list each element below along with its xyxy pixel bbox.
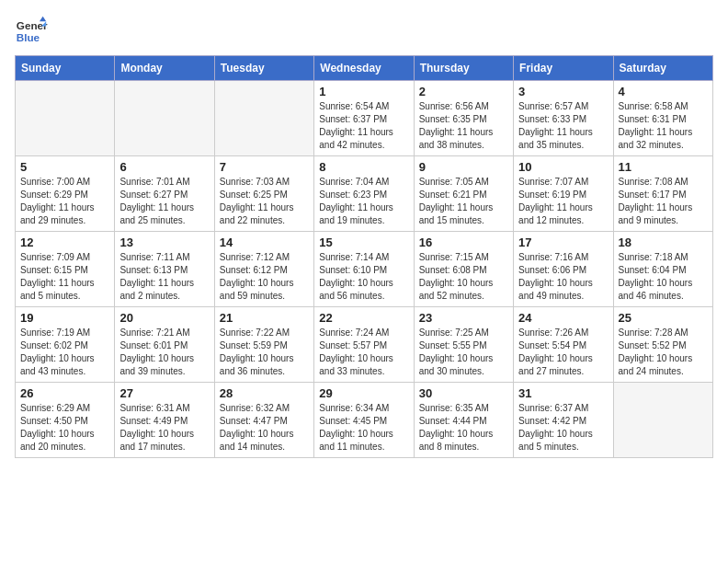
- weekday-header-thursday: Thursday: [414, 56, 513, 81]
- calendar-week-2: 5Sunrise: 7:00 AMSunset: 6:29 PMDaylight…: [16, 156, 713, 232]
- day-info: Sunrise: 6:37 AMSunset: 4:42 PMDaylight:…: [518, 402, 608, 454]
- calendar-cell: [613, 383, 712, 458]
- calendar-week-3: 12Sunrise: 7:09 AMSunset: 6:15 PMDayligh…: [16, 232, 713, 307]
- calendar-week-4: 19Sunrise: 7:19 AMSunset: 6:02 PMDayligh…: [16, 307, 713, 383]
- header: General Blue: [15, 15, 713, 48]
- day-number: 4: [619, 85, 708, 98]
- calendar-cell: 7Sunrise: 7:03 AMSunset: 6:25 PMDaylight…: [214, 156, 313, 232]
- day-number: 9: [419, 160, 508, 174]
- day-info: Sunrise: 7:09 AMSunset: 6:15 PMDaylight:…: [20, 251, 109, 303]
- day-number: 22: [319, 311, 408, 325]
- svg-text:Blue: Blue: [17, 31, 40, 43]
- day-number: 1: [319, 85, 408, 98]
- day-number: 21: [220, 311, 309, 325]
- day-number: 25: [619, 311, 708, 325]
- day-info: Sunrise: 7:19 AMSunset: 6:02 PMDaylight:…: [20, 327, 109, 378]
- calendar-cell: 4Sunrise: 6:58 AMSunset: 6:31 PMDaylight…: [613, 81, 712, 156]
- calendar-cell: 15Sunrise: 7:14 AMSunset: 6:10 PMDayligh…: [314, 232, 414, 307]
- weekday-header-tuesday: Tuesday: [214, 56, 313, 81]
- day-number: 15: [319, 236, 408, 249]
- calendar-cell: 30Sunrise: 6:35 AMSunset: 4:44 PMDayligh…: [414, 383, 513, 458]
- calendar-cell: 9Sunrise: 7:05 AMSunset: 6:21 PMDaylight…: [414, 156, 513, 232]
- day-info: Sunrise: 7:01 AMSunset: 6:27 PMDaylight:…: [119, 176, 209, 227]
- day-number: 23: [419, 311, 508, 325]
- calendar-cell: 24Sunrise: 7:26 AMSunset: 5:54 PMDayligh…: [514, 307, 613, 383]
- day-number: 19: [20, 311, 109, 325]
- day-number: 24: [518, 311, 608, 325]
- day-info: Sunrise: 6:58 AMSunset: 6:31 PMDaylight:…: [619, 100, 708, 152]
- day-info: Sunrise: 7:25 AMSunset: 5:55 PMDaylight:…: [419, 327, 508, 378]
- day-number: 18: [619, 236, 708, 249]
- calendar-cell: 2Sunrise: 6:56 AMSunset: 6:35 PMDaylight…: [414, 81, 513, 156]
- day-number: 3: [518, 85, 608, 98]
- calendar-cell: 19Sunrise: 7:19 AMSunset: 6:02 PMDayligh…: [16, 307, 115, 383]
- day-number: 14: [220, 236, 309, 249]
- day-info: Sunrise: 7:00 AMSunset: 6:29 PMDaylight:…: [20, 176, 109, 227]
- calendar-cell: 25Sunrise: 7:28 AMSunset: 5:52 PMDayligh…: [613, 307, 712, 383]
- calendar-cell: 5Sunrise: 7:00 AMSunset: 6:29 PMDaylight…: [16, 156, 115, 232]
- calendar-cell: 14Sunrise: 7:12 AMSunset: 6:12 PMDayligh…: [214, 232, 313, 307]
- day-info: Sunrise: 7:16 AMSunset: 6:06 PMDaylight:…: [518, 251, 608, 303]
- day-number: 10: [518, 160, 608, 174]
- calendar-cell: 20Sunrise: 7:21 AMSunset: 6:01 PMDayligh…: [115, 307, 214, 383]
- day-info: Sunrise: 7:15 AMSunset: 6:08 PMDaylight:…: [419, 251, 508, 303]
- calendar-cell: 13Sunrise: 7:11 AMSunset: 6:13 PMDayligh…: [115, 232, 214, 307]
- day-info: Sunrise: 7:04 AMSunset: 6:23 PMDaylight:…: [319, 176, 408, 227]
- day-info: Sunrise: 6:34 AMSunset: 4:45 PMDaylight:…: [319, 402, 408, 454]
- day-info: Sunrise: 7:14 AMSunset: 6:10 PMDaylight:…: [319, 251, 408, 303]
- day-number: 13: [119, 236, 209, 249]
- day-number: 16: [419, 236, 508, 249]
- day-number: 31: [518, 386, 608, 400]
- day-number: 28: [220, 386, 309, 400]
- day-info: Sunrise: 7:03 AMSunset: 6:25 PMDaylight:…: [220, 176, 309, 227]
- calendar-cell: 10Sunrise: 7:07 AMSunset: 6:19 PMDayligh…: [514, 156, 613, 232]
- day-info: Sunrise: 6:54 AMSunset: 6:37 PMDaylight:…: [319, 100, 408, 152]
- calendar-cell: 21Sunrise: 7:22 AMSunset: 5:59 PMDayligh…: [214, 307, 313, 383]
- day-info: Sunrise: 7:07 AMSunset: 6:19 PMDaylight:…: [518, 176, 608, 227]
- calendar-cell: 6Sunrise: 7:01 AMSunset: 6:27 PMDaylight…: [115, 156, 214, 232]
- day-number: 5: [20, 160, 109, 174]
- day-number: 6: [119, 160, 209, 174]
- calendar-cell: 16Sunrise: 7:15 AMSunset: 6:08 PMDayligh…: [414, 232, 513, 307]
- calendar-cell: 22Sunrise: 7:24 AMSunset: 5:57 PMDayligh…: [314, 307, 414, 383]
- day-info: Sunrise: 7:28 AMSunset: 5:52 PMDaylight:…: [619, 327, 708, 378]
- day-info: Sunrise: 6:29 AMSunset: 4:50 PMDaylight:…: [20, 402, 109, 454]
- weekday-header-row: SundayMondayTuesdayWednesdayThursdayFrid…: [16, 56, 713, 81]
- day-info: Sunrise: 7:26 AMSunset: 5:54 PMDaylight:…: [518, 327, 608, 378]
- day-info: Sunrise: 7:18 AMSunset: 6:04 PMDaylight:…: [619, 251, 708, 303]
- day-number: 2: [419, 85, 508, 98]
- day-info: Sunrise: 7:05 AMSunset: 6:21 PMDaylight:…: [419, 176, 508, 227]
- calendar-cell: 27Sunrise: 6:31 AMSunset: 4:49 PMDayligh…: [115, 383, 214, 458]
- day-info: Sunrise: 6:32 AMSunset: 4:47 PMDaylight:…: [220, 402, 309, 454]
- day-number: 20: [119, 311, 209, 325]
- calendar-cell: 18Sunrise: 7:18 AMSunset: 6:04 PMDayligh…: [613, 232, 712, 307]
- logo-icon: General Blue: [15, 15, 48, 48]
- calendar-cell: 31Sunrise: 6:37 AMSunset: 4:42 PMDayligh…: [514, 383, 613, 458]
- day-info: Sunrise: 7:11 AMSunset: 6:13 PMDaylight:…: [119, 251, 209, 303]
- day-info: Sunrise: 7:12 AMSunset: 6:12 PMDaylight:…: [220, 251, 309, 303]
- logo: General Blue: [15, 15, 48, 48]
- day-info: Sunrise: 6:35 AMSunset: 4:44 PMDaylight:…: [419, 402, 508, 454]
- weekday-header-saturday: Saturday: [613, 56, 712, 81]
- calendar-cell: 17Sunrise: 7:16 AMSunset: 6:06 PMDayligh…: [514, 232, 613, 307]
- calendar-table: SundayMondayTuesdayWednesdayThursdayFrid…: [15, 55, 713, 458]
- day-number: 7: [220, 160, 309, 174]
- calendar-cell: 8Sunrise: 7:04 AMSunset: 6:23 PMDaylight…: [314, 156, 414, 232]
- calendar-cell: 1Sunrise: 6:54 AMSunset: 6:37 PMDaylight…: [314, 81, 414, 156]
- day-number: 11: [619, 160, 708, 174]
- calendar-cell: 3Sunrise: 6:57 AMSunset: 6:33 PMDaylight…: [514, 81, 613, 156]
- day-number: 30: [419, 386, 508, 400]
- day-number: 26: [20, 386, 109, 400]
- day-number: 27: [119, 386, 209, 400]
- day-number: 12: [20, 236, 109, 249]
- calendar-cell: 12Sunrise: 7:09 AMSunset: 6:15 PMDayligh…: [16, 232, 115, 307]
- calendar-cell: [115, 81, 214, 156]
- calendar-cell: [214, 81, 313, 156]
- calendar-week-1: 1Sunrise: 6:54 AMSunset: 6:37 PMDaylight…: [16, 81, 713, 156]
- calendar-cell: 29Sunrise: 6:34 AMSunset: 4:45 PMDayligh…: [314, 383, 414, 458]
- weekday-header-wednesday: Wednesday: [314, 56, 414, 81]
- day-info: Sunrise: 6:31 AMSunset: 4:49 PMDaylight:…: [119, 402, 209, 454]
- calendar-cell: 23Sunrise: 7:25 AMSunset: 5:55 PMDayligh…: [414, 307, 513, 383]
- day-info: Sunrise: 7:08 AMSunset: 6:17 PMDaylight:…: [619, 176, 708, 227]
- day-number: 17: [518, 236, 608, 249]
